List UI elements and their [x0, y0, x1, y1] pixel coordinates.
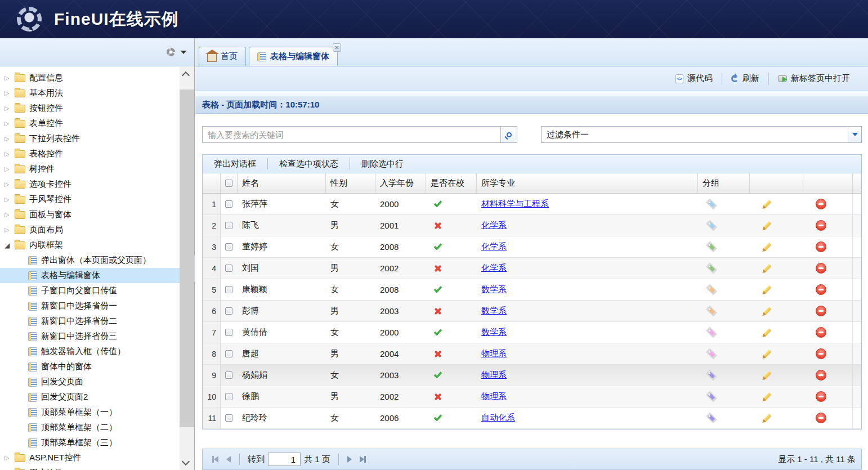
sidebar-folder-item[interactable]: ▷ 表单控件: [0, 116, 180, 131]
open-new-tab-button[interactable]: 新标签页中打开: [769, 73, 859, 84]
expand-arrow-icon[interactable]: ▷: [5, 135, 14, 142]
sidebar-folder-item[interactable]: ▷ 用户控件: [0, 465, 180, 470]
sidebar-folder-item[interactable]: ▷ 下拉列表控件: [0, 131, 180, 146]
header-gender[interactable]: 性别: [326, 173, 375, 193]
delete-selected-button[interactable]: 删除选中行: [350, 159, 415, 169]
edit-pencil-icon[interactable]: [762, 349, 771, 358]
header-year[interactable]: 入学年份: [375, 173, 426, 193]
major-link[interactable]: 数学系: [481, 306, 507, 316]
edit-pencil-icon[interactable]: [762, 199, 771, 208]
scrollbar-thumb[interactable]: [180, 89, 194, 427]
tag-icon[interactable]: [706, 391, 717, 402]
row-checkbox[interactable]: [225, 286, 232, 293]
filter-dropdown[interactable]: 过滤条件一: [541, 126, 862, 143]
row-checkbox[interactable]: [225, 307, 232, 315]
scrollbar-down-icon[interactable]: [182, 458, 190, 465]
select-all-checkbox[interactable]: [225, 180, 232, 187]
tag-icon[interactable]: [706, 370, 717, 381]
edit-pencil-icon[interactable]: [762, 370, 771, 379]
sidebar-folder-item[interactable]: ▷ 基本用法: [0, 86, 180, 101]
sidebar-page-item[interactable]: 触发器输入框（传值）: [0, 344, 180, 359]
sidebar-page-item[interactable]: 新窗口中选择省份二: [0, 314, 180, 329]
tag-icon[interactable]: [706, 241, 717, 253]
edit-pencil-icon[interactable]: [762, 306, 771, 315]
sidebar-page-item[interactable]: 回发父页面2: [0, 390, 180, 405]
row-checkbox[interactable]: [225, 222, 232, 229]
expand-arrow-icon[interactable]: ▷: [5, 165, 14, 173]
sidebar-folder-item[interactable]: ▷ 页面布局: [0, 222, 180, 238]
tag-icon[interactable]: [706, 327, 717, 338]
tab-grid-edit-window[interactable]: 表格与编辑窗体 ✕: [249, 47, 338, 66]
edit-pencil-icon[interactable]: [762, 392, 771, 401]
expand-arrow-icon[interactable]: ▷: [5, 89, 14, 97]
first-page-button[interactable]: [212, 456, 218, 463]
expand-arrow-icon[interactable]: ▷: [5, 454, 14, 462]
sidebar-folder-item[interactable]: ▷ 树控件: [0, 162, 180, 177]
sidebar-page-item[interactable]: 顶部菜单框架（二）: [0, 420, 180, 435]
last-page-button[interactable]: [360, 456, 366, 463]
tag-icon[interactable]: [706, 220, 717, 231]
tag-icon[interactable]: [706, 413, 717, 424]
search-button[interactable]: [500, 126, 517, 143]
delete-icon[interactable]: [816, 284, 826, 295]
sidebar-folder-item[interactable]: ▷ 配置信息: [0, 70, 180, 86]
row-checkbox[interactable]: [225, 200, 232, 208]
expand-arrow-icon[interactable]: ▷: [5, 181, 14, 188]
tab-home[interactable]: 首页: [199, 47, 246, 66]
sidebar-folder-item[interactable]: ▷ 表格控件: [0, 146, 180, 162]
expand-arrow-icon[interactable]: ▷: [5, 74, 14, 82]
sidebar-folder-item[interactable]: ◢ 内联框架: [0, 238, 180, 253]
major-link[interactable]: 材料科学与工程系: [481, 199, 549, 209]
open-dialog-button[interactable]: 弹出对话框: [203, 159, 267, 169]
source-code-button[interactable]: 源代码: [666, 73, 722, 84]
major-link[interactable]: 物理系: [481, 391, 507, 402]
edit-pencil-icon[interactable]: [762, 413, 771, 422]
tab-close-icon[interactable]: ✕: [333, 43, 341, 52]
tag-icon[interactable]: [706, 199, 717, 210]
next-page-button[interactable]: [347, 456, 352, 463]
edit-pencil-icon[interactable]: [762, 221, 771, 230]
search-input[interactable]: [202, 126, 500, 143]
major-link[interactable]: 物理系: [481, 370, 507, 381]
edit-pencil-icon[interactable]: [762, 242, 771, 251]
settings-gear-icon[interactable]: [167, 48, 175, 56]
major-link[interactable]: 自动化系: [481, 413, 515, 423]
sidebar-scrollbar[interactable]: [180, 67, 194, 470]
settings-caret-down-icon[interactable]: [181, 51, 186, 57]
delete-icon[interactable]: [816, 391, 826, 402]
expand-arrow-icon[interactable]: ▷: [5, 196, 14, 203]
delete-icon[interactable]: [816, 348, 826, 359]
major-link[interactable]: 数学系: [481, 327, 507, 338]
edit-pencil-icon[interactable]: [762, 285, 771, 294]
sidebar-page-item[interactable]: 顶部菜单框架（一）: [0, 405, 180, 420]
sidebar-folder-item[interactable]: ▷ 面板与窗体: [0, 207, 180, 222]
tag-icon[interactable]: [706, 263, 717, 274]
delete-icon[interactable]: [816, 370, 826, 381]
delete-icon[interactable]: [816, 199, 826, 209]
row-checkbox[interactable]: [225, 350, 232, 357]
tag-icon[interactable]: [706, 284, 717, 296]
prev-page-button[interactable]: [226, 456, 231, 463]
check-selected-button[interactable]: 检查选中项状态: [268, 159, 350, 169]
major-link[interactable]: 物理系: [481, 348, 507, 359]
sidebar-page-item[interactable]: 窗体中的窗体: [0, 359, 180, 374]
delete-icon[interactable]: [816, 241, 826, 252]
delete-icon[interactable]: [816, 327, 826, 338]
major-link[interactable]: 化学系: [481, 220, 507, 231]
major-link[interactable]: 化学系: [481, 263, 507, 274]
sidebar-page-item[interactable]: 顶部菜单框架（三）: [0, 435, 180, 450]
delete-icon[interactable]: [816, 263, 826, 274]
sidebar-page-item[interactable]: 弹出窗体（本页面或父页面）: [0, 253, 180, 268]
sidebar-folder-item[interactable]: ▷ 选项卡控件: [0, 177, 180, 192]
edit-pencil-icon[interactable]: [762, 263, 771, 272]
row-checkbox[interactable]: [225, 414, 232, 422]
header-major[interactable]: 所学专业: [477, 173, 698, 193]
header-at-school[interactable]: 是否在校: [426, 173, 477, 193]
major-link[interactable]: 化学系: [481, 241, 507, 252]
delete-icon[interactable]: [816, 306, 826, 316]
tag-icon[interactable]: [706, 306, 717, 317]
sidebar-folder-item[interactable]: ▷ ASP.NET控件: [0, 450, 180, 465]
sidebar-page-item[interactable]: 子窗口向父窗口传值: [0, 283, 180, 298]
expand-arrow-icon[interactable]: ◢: [5, 241, 14, 249]
expand-arrow-icon[interactable]: ▷: [5, 211, 14, 218]
